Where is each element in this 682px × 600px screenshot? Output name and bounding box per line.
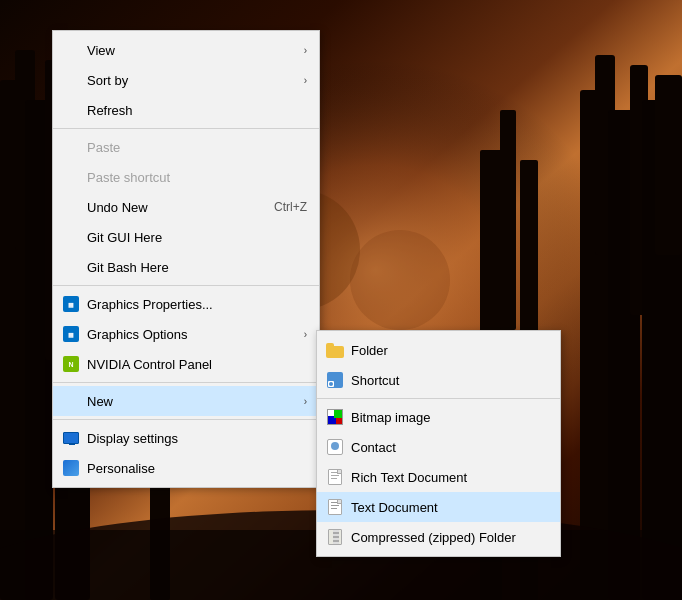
submenu-item-bitmap[interactable]: Bitmap image [317,402,560,432]
submenu-item-txt[interactable]: Text Document [317,492,560,522]
zip-icon [325,527,345,547]
separator-4 [53,419,319,420]
folder-icon [325,340,345,360]
menu-item-git-bash[interactable]: Git Bash Here [53,252,319,282]
sort-label: Sort by [87,73,304,88]
shortcut-label: Shortcut [351,373,548,388]
menu-item-graphics-props[interactable]: ▦ Graphics Properties... [53,289,319,319]
menu-item-view[interactable]: View › [53,35,319,65]
sort-icon [61,70,81,90]
submenu-item-rtf[interactable]: Rich Text Document [317,462,560,492]
menu-item-new[interactable]: New › [53,386,319,416]
sort-arrow: › [304,75,307,86]
personalise-label: Personalise [87,461,307,476]
svg-rect-13 [655,75,682,255]
bitmap-icon [325,407,345,427]
git-gui-label: Git GUI Here [87,230,307,245]
contact-label: Contact [351,440,548,455]
menu-item-graphics-options[interactable]: ▦ Graphics Options › [53,319,319,349]
submenu-item-zip[interactable]: Compressed (zipped) Folder [317,522,560,552]
rtf-icon [325,467,345,487]
git-bash-icon [61,257,81,277]
new-arrow: › [304,396,307,407]
new-label: New [87,394,304,409]
paste-icon [61,137,81,157]
separator-2 [53,285,319,286]
paste-label: Paste [87,140,307,155]
view-arrow: › [304,45,307,56]
graphics-props-icon: ▦ [61,294,81,314]
graphics-options-arrow: › [304,329,307,340]
view-label: View [87,43,304,58]
zip-label: Compressed (zipped) Folder [351,530,548,545]
menu-item-display-settings[interactable]: Display settings [53,423,319,453]
refresh-label: Refresh [87,103,307,118]
git-gui-icon [61,227,81,247]
txt-icon [325,497,345,517]
folder-label: Folder [351,343,548,358]
undo-label: Undo New [87,200,250,215]
separator-3 [53,382,319,383]
nvidia-label: NVIDIA Control Panel [87,357,307,372]
txt-label: Text Document [351,500,548,515]
svg-rect-17 [500,110,516,330]
paste-shortcut-label: Paste shortcut [87,170,307,185]
shortcut-icon [325,370,345,390]
submenu-item-contact[interactable]: Contact [317,432,560,462]
personalise-icon [61,458,81,478]
graphics-options-label: Graphics Options [87,327,304,342]
menu-item-git-gui[interactable]: Git GUI Here [53,222,319,252]
menu-item-sort-by[interactable]: Sort by › [53,65,319,95]
bitmap-label: Bitmap image [351,410,548,425]
menu-item-personalise[interactable]: Personalise [53,453,319,483]
menu-item-undo-new[interactable]: Undo New Ctrl+Z [53,192,319,222]
display-settings-icon [61,428,81,448]
git-bash-label: Git Bash Here [87,260,307,275]
rtf-label: Rich Text Document [351,470,548,485]
menu-item-paste[interactable]: Paste [53,132,319,162]
new-icon [61,391,81,411]
undo-icon [61,197,81,217]
paste-shortcut-icon [61,167,81,187]
svg-point-22 [350,230,450,330]
submenu-new: Folder Shortcut Bitmap image [316,330,561,557]
submenu-item-shortcut[interactable]: Shortcut [317,365,560,395]
menu-item-paste-shortcut[interactable]: Paste shortcut [53,162,319,192]
view-icon [61,40,81,60]
menu-item-nvidia[interactable]: N NVIDIA Control Panel [53,349,319,379]
separator-1 [53,128,319,129]
graphics-props-label: Graphics Properties... [87,297,307,312]
contact-icon [325,437,345,457]
display-settings-label: Display settings [87,431,307,446]
main-context-menu: View › Sort by › Refresh Paste Paste sho… [52,30,320,488]
submenu-item-folder[interactable]: Folder [317,335,560,365]
undo-shortcut: Ctrl+Z [274,200,307,214]
refresh-icon [61,100,81,120]
submenu-separator-1 [317,398,560,399]
nvidia-icon: N [61,354,81,374]
graphics-options-icon: ▦ [61,324,81,344]
menu-item-refresh[interactable]: Refresh [53,95,319,125]
